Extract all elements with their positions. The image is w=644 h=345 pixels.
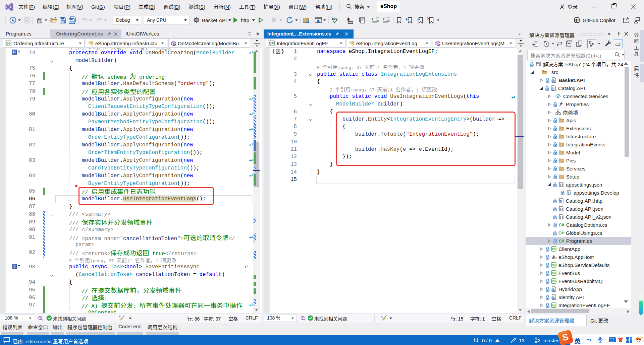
svg-text:abc: abc [332,17,338,20]
